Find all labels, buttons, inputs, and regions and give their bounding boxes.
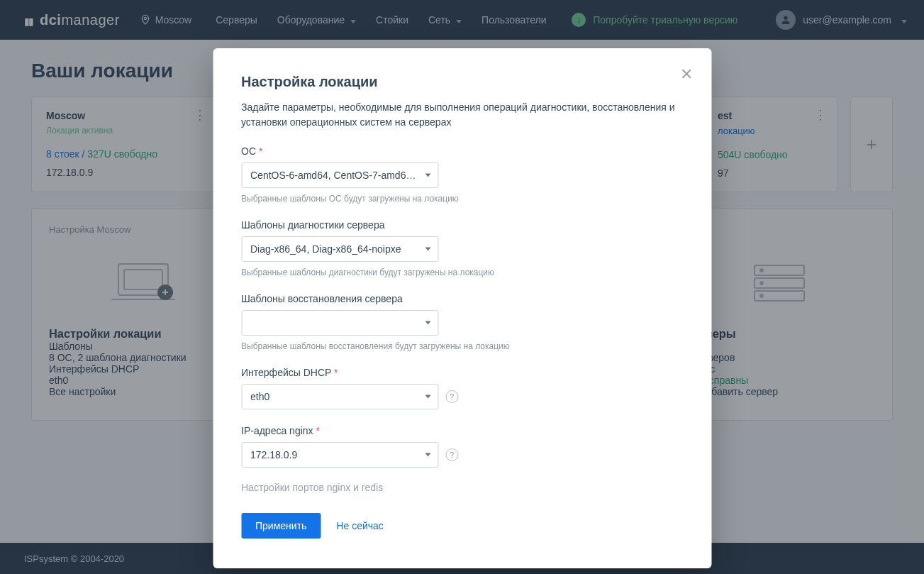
- location-settings-modal: ✕ Настройка локации Задайте параметры, н…: [213, 48, 711, 568]
- field-diag: Шаблоны диагностики сервера Diag-x86_64,…: [241, 219, 683, 277]
- nginx-redis-ports-link[interactable]: Настройки портов nginx и redis: [241, 482, 683, 493]
- modal-title: Настройка локации: [241, 74, 683, 90]
- close-icon[interactable]: ✕: [680, 65, 693, 84]
- nginx-value: 172.18.0.9: [250, 449, 297, 460]
- dhcp-label: Интерфейсы DHCP: [241, 367, 683, 378]
- recov-select[interactable]: [241, 310, 438, 336]
- field-dhcp: Интерфейсы DHCP eth0 ?: [241, 367, 683, 409]
- help-icon[interactable]: ?: [445, 448, 458, 461]
- field-os: ОС CentOS-6-amd64, CentOS-7-amd64, … Выб…: [241, 145, 683, 204]
- diag-select[interactable]: Diag-x86_64, Diag-x86_64-noipxe: [241, 236, 438, 262]
- modal-description: Задайте параметры, необходимые для выпол…: [241, 100, 683, 130]
- recov-hint: Выбранные шаблоны восстановления будут з…: [241, 341, 683, 351]
- nginx-ip-select[interactable]: 172.18.0.9: [241, 442, 438, 468]
- not-now-link[interactable]: Не сейчас: [336, 520, 383, 531]
- field-recovery: Шаблоны восстановления сервера Выбранные…: [241, 293, 683, 351]
- help-icon[interactable]: ?: [445, 390, 458, 403]
- os-hint: Выбранные шаблоны ОС будут загружены на …: [241, 194, 683, 204]
- dhcp-select[interactable]: eth0: [241, 384, 438, 409]
- field-nginx-ip: IP-адреса nginx 172.18.0.9 ?: [241, 425, 683, 468]
- diag-label: Шаблоны диагностики сервера: [241, 219, 683, 231]
- apply-button[interactable]: Применить: [241, 513, 321, 539]
- os-label: ОС: [241, 145, 683, 157]
- diag-hint: Выбранные шаблоны диагностики будут загр…: [241, 267, 683, 277]
- dhcp-value: eth0: [250, 391, 269, 402]
- nginx-label: IP-адреса nginx: [241, 425, 683, 436]
- modal-actions: Применить Не сейчас: [241, 513, 683, 539]
- recov-label: Шаблоны восстановления сервера: [241, 293, 683, 304]
- os-value: CentOS-6-amd64, CentOS-7-amd64, …: [250, 170, 416, 181]
- diag-value: Diag-x86_64, Diag-x86_64-noipxe: [250, 243, 401, 255]
- os-select[interactable]: CentOS-6-amd64, CentOS-7-amd64, …: [241, 162, 438, 188]
